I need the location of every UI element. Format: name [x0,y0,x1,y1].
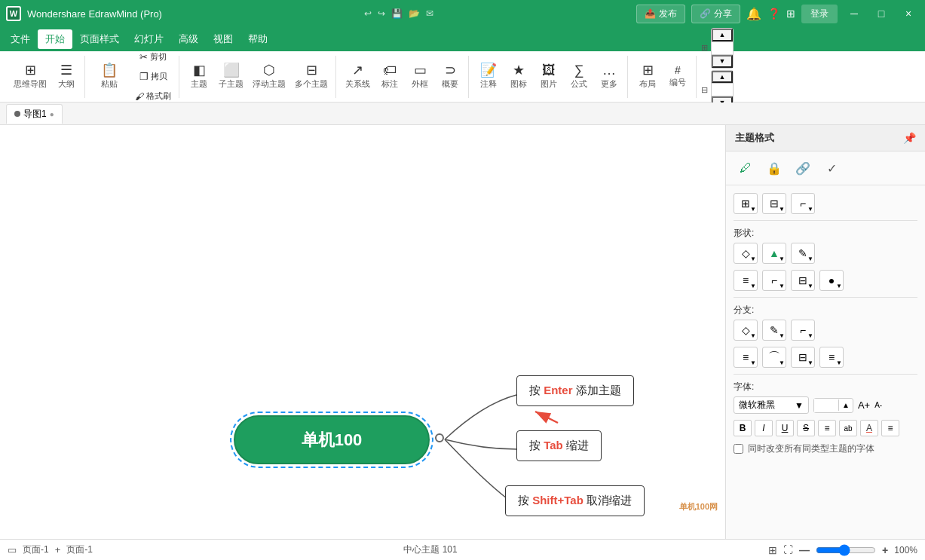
status-right: ⊞ ⛶ — + 100% [768,544,917,556]
summary-button[interactable]: ⊃ 概要 [435,57,465,96]
toolbar-group-insert: ↗ 关系线 🏷 标注 ▭ 外框 ⊃ 概要 [338,56,469,98]
panel-shape-btn4[interactable]: ≡▼ [734,270,758,291]
zoom-out-button[interactable]: — [799,544,810,556]
size1-down[interactable]: ▼ [712,55,733,68]
panel-icon-style[interactable]: 🖊 [734,156,758,180]
panel-shape-btn2[interactable]: ▲▼ [762,243,786,264]
abc-button[interactable]: ab [839,420,857,436]
size1-up[interactable]: ▲ [712,29,733,41]
panel-icon-lock[interactable]: 🔒 [762,156,786,180]
strikethrough-button[interactable]: S [797,420,815,436]
tip-enter-box: 按 Enter 添加主题 [516,375,634,406]
close-button[interactable]: × [898,3,919,24]
font-size-control: 18 ▲ [813,398,853,413]
note-button[interactable]: 📝 注释 [473,57,504,96]
tip-shift-highlight: Shift+Tab [532,494,583,506]
label-button[interactable]: 🏷 标注 [375,57,405,96]
font-size-input[interactable]: 18 [814,399,838,412]
panel-branch-btn3[interactable]: ⌐▼ [791,320,815,341]
panel-shape-btn1[interactable]: ◇▼ [734,243,758,264]
panel-shape-btn5[interactable]: ⌐▼ [762,270,786,291]
italic-button[interactable]: I [755,420,773,436]
font-name-select[interactable]: 微软雅黑 ▼ [734,396,809,414]
zoom-slider[interactable] [816,544,876,556]
number-button[interactable]: # 编号 [663,57,693,96]
frame-button[interactable]: ▭ 外框 [405,57,435,96]
size1-spinbox[interactable]: ▲ 30 ▼ [711,28,734,69]
panel-icon-connect[interactable]: 🔗 [791,156,815,180]
relation-button[interactable]: ↗ 关系线 [341,57,375,96]
underline-button[interactable]: U [776,420,794,436]
menu-slideshow[interactable]: 幻灯片 [127,29,171,49]
panel-shape-btn7[interactable]: ●▼ [819,270,844,291]
more-button[interactable]: … 更多 [594,57,624,96]
float-button[interactable]: ⬡ 浮动主题 [248,57,290,96]
minimize-button[interactable]: ─ [844,3,865,24]
paste-button[interactable]: 📋 粘贴 [90,57,129,96]
cut-button[interactable]: ✂ 剪切 [130,48,176,66]
multi-button[interactable]: ⊟ 多个主题 [290,57,332,96]
share-button[interactable]: 🔗分享 [691,5,740,23]
mindmap-button[interactable]: ⊞ 思维导图 [9,57,51,96]
apps-icon[interactable]: ⊞ [786,8,795,20]
fit-button[interactable]: ⊞ [768,544,777,556]
tab-diagram1[interactable]: 导图1 ● [6,104,63,124]
canvas[interactable]: 单机100 按 Enter 添加主题 按 Tab 缩进 按 Shift+Tab … [0,125,725,539]
panel-shape-btn3[interactable]: ✎▼ [791,243,815,264]
canvas-svg [0,125,725,539]
central-node[interactable]: 单机100 [234,415,430,464]
align-button[interactable]: ≡ [818,420,836,436]
size1-value[interactable]: 30 [712,41,733,55]
help-icon[interactable]: ❓ [767,8,780,20]
font-color-button[interactable]: A [860,420,878,436]
font-sync-checkbox[interactable] [734,444,743,454]
subtheme-button[interactable]: ⬜ 子主题 [214,57,248,96]
panel-layout-btn3[interactable]: ⌐▼ [791,193,815,214]
panel-branch-btn4[interactable]: ≡▼ [734,347,758,368]
panel-branch-btn5[interactable]: ⌒▼ [762,347,786,368]
panel-branch-btn6[interactable]: ⊟▼ [791,347,815,368]
image-button[interactable]: 🖼 图片 [534,57,564,96]
menu-advanced[interactable]: 高级 [171,29,206,49]
panel-pin-button[interactable]: 📌 [903,132,916,144]
panel-layout-btn1[interactable]: ⊞▼ [734,193,758,214]
panel-branch-row1: ◇▼ ✎▼ ⌐▼ [734,320,917,341]
right-panel: 主题格式 📌 🖊 🔒 🔗 ✓ ⊞▼ ⊟▼ ⌐▼ [725,125,925,539]
menu-help[interactable]: 帮助 [240,29,275,49]
size2-value[interactable]: 30 [712,83,733,96]
notification-icon[interactable]: 🔔 [746,7,761,21]
formula-button[interactable]: ∑ 公式 [564,57,594,96]
panel-icon-check[interactable]: ✓ [819,156,844,180]
publish-button[interactable]: 📤发布 [636,5,685,23]
zoom-in-button[interactable]: + [882,544,888,556]
font-size-increase[interactable]: A+ [858,399,870,411]
add-page-button[interactable]: + [55,544,61,555]
outline-button[interactable]: ☰ 大纲 [51,57,81,96]
status-bar: ▭ 页面-1 + 页面-1 中心主题 101 ⊞ ⛶ — + 100% [0,539,925,560]
more-format-button[interactable]: ≡ [881,420,899,436]
size2-up[interactable]: ▲ [712,71,733,84]
panel-shape-btn6[interactable]: ⊟▼ [791,270,815,291]
maximize-button[interactable]: □ [871,3,892,24]
menu-view[interactable]: 视图 [206,29,240,49]
bold-button[interactable]: B [734,420,752,436]
expand-button[interactable]: ⛶ [783,544,793,555]
menu-page-style[interactable]: 页面样式 [72,29,127,49]
panel-branch-btn7[interactable]: ≡▼ [819,347,844,368]
login-button[interactable]: 登录 [801,5,838,23]
font-size-decrease[interactable]: A- [874,401,882,409]
copy-button[interactable]: ❐ 拷贝 [130,68,176,86]
panel-branch-btn1[interactable]: ◇▼ [734,320,758,341]
panel-layout-btn2[interactable]: ⊟▼ [762,193,786,214]
central-node-text: 单机100 [302,429,363,451]
font-size-up[interactable]: ▲ [838,399,853,411]
tab-close-button[interactable]: ● [50,110,54,118]
menu-home[interactable]: 开始 [38,29,72,49]
page-name[interactable]: 页面-1 [23,543,49,556]
icon-button[interactable]: ★ 图标 [504,57,534,96]
layout-button[interactable]: ⊞ 布局 [632,57,663,96]
theme-button[interactable]: ◧ 主题 [184,57,214,96]
menu-file[interactable]: 文件 [3,29,38,49]
panel-content: ⊞▼ ⊟▼ ⌐▼ 形状: ◇▼ ▲▼ ✎▼ [726,185,925,539]
panel-branch-btn2[interactable]: ✎▼ [762,320,786,341]
